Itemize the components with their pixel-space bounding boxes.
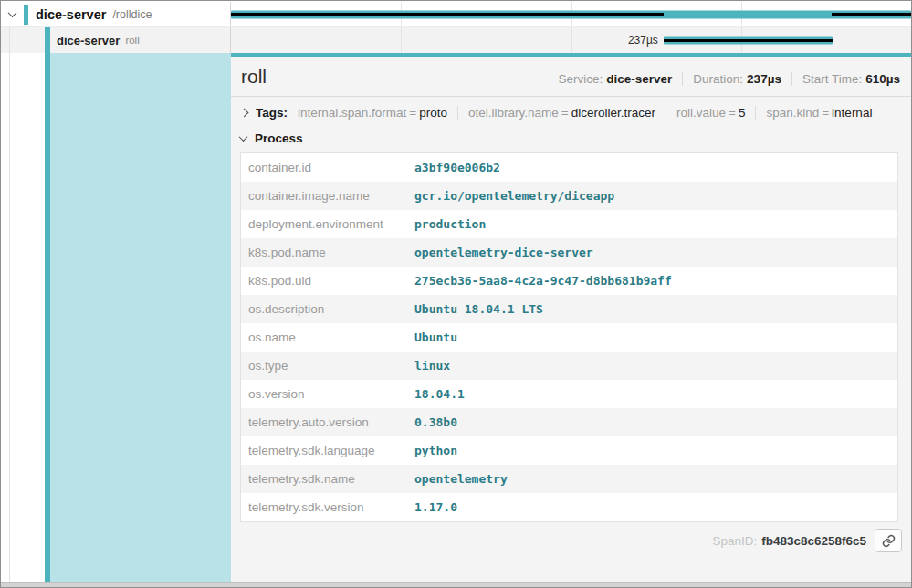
tag-item: roll.value=5	[666, 106, 755, 120]
span-name-cell[interactable]: dice-server /rolldice	[1, 2, 231, 26]
service-name: dice-server	[36, 7, 106, 22]
tag-item: span.kind=internal	[755, 106, 882, 120]
process-key-value-table: container.ida3bf90e006b2container.image.…	[240, 152, 898, 522]
tag-value: internal	[832, 106, 872, 120]
summary-value: dice-server	[606, 72, 672, 86]
tag-item: otel.library.name=diceroller.tracer	[457, 106, 666, 120]
span-bar[interactable]	[664, 37, 833, 45]
indent-guide	[9, 27, 10, 53]
process-key: telemetry.sdk.language	[241, 436, 408, 465]
indent-guide	[26, 53, 26, 582]
span-name-cell[interactable]: dice-server roll	[1, 27, 231, 53]
horizontal-scrollbar-track[interactable]	[1, 582, 911, 587]
jaeger-trace-view: dice-server /rolldice dice-server roll 2…	[0, 0, 912, 588]
indent-guide	[9, 53, 10, 582]
process-key: deployment.environment	[241, 210, 408, 238]
process-value: python	[407, 436, 898, 465]
critical-path-segment	[832, 13, 911, 16]
span-duration-label: 237µs	[628, 34, 658, 47]
process-table-row: telemetry.auto.version0.38b0	[241, 408, 898, 436]
process-table-row: k8s.pod.nameopentelemetry-dice-server	[241, 238, 898, 267]
span-detail-footer: SpanID: fb483c8c6258f6c5	[231, 524, 911, 557]
process-table-row: os.version18.04.1	[241, 380, 898, 408]
process-value: opentelemetry-dice-server	[407, 238, 898, 267]
process-table-row: container.ida3bf90e006b2	[241, 153, 898, 183]
summary-divider	[791, 72, 792, 86]
process-key: telemetry.auto.version	[241, 408, 408, 436]
timeline-cell[interactable]	[231, 2, 911, 26]
tag-key: roll.value	[676, 106, 726, 120]
collapse-chevron-icon[interactable]	[8, 8, 17, 17]
process-key: os.type	[241, 352, 408, 380]
process-key: os.name	[241, 323, 408, 352]
process-label: Process	[255, 131, 303, 145]
summary-service: Service:dice-server	[558, 72, 672, 86]
timeline-gridline	[401, 27, 402, 53]
span-title: roll	[241, 66, 267, 87]
process-key: telemetry.sdk.version	[241, 493, 408, 522]
indent-guide	[26, 27, 26, 53]
service-color-indicator	[24, 5, 28, 25]
process-value: opentelemetry	[407, 465, 898, 493]
tags-list: internal.span.format=protootel.library.n…	[298, 106, 882, 120]
span-row-rolldice[interactable]: dice-server /rolldice	[1, 2, 911, 27]
critical-path-segment	[231, 13, 664, 16]
service-color-indicator	[45, 27, 50, 53]
summary-divider	[682, 72, 683, 86]
tag-value: 5	[739, 106, 746, 120]
process-table-row: os.descriptionUbuntu 18.04.1 LTS	[241, 295, 898, 323]
summary-label: Service:	[558, 72, 603, 86]
process-table-row: deployment.environmentproduction	[241, 210, 898, 238]
process-accordion-toggle[interactable]: Process	[231, 120, 911, 145]
critical-path-segment	[664, 39, 833, 42]
summary-label: Start Time:	[802, 72, 862, 86]
tag-value: proto	[419, 106, 447, 120]
tag-value: diceroller.tracer	[571, 106, 655, 120]
summary-duration: Duration:237µs	[693, 72, 781, 86]
process-table-row: os.typelinux	[241, 352, 898, 380]
spanid-value: fb483c8c6258f6c5	[761, 534, 866, 548]
summary-start-time: Start Time:610µs	[802, 72, 900, 86]
process-key: k8s.pod.name	[241, 238, 408, 267]
tag-equals: =	[726, 106, 739, 120]
operation-name: roll	[125, 35, 139, 46]
service-name: dice-server	[57, 34, 120, 47]
tag-key: internal.span.format	[298, 106, 406, 120]
process-value: 275ecb36-5aa8-4c2a-9c47-d8bb681b9aff	[407, 267, 898, 295]
process-key: k8s.pod.uid	[241, 267, 408, 295]
process-value: 18.04.1	[407, 380, 898, 408]
timeline-cell[interactable]: 237µs	[231, 27, 911, 53]
span-summary: Service:dice-server Duration:237µs Start…	[558, 72, 900, 86]
summary-value: 610µs	[865, 72, 900, 86]
process-table-row: container.image.namegcr.io/opentelemetry…	[241, 182, 898, 210]
tag-key: otel.library.name	[468, 106, 559, 120]
link-icon	[882, 534, 896, 548]
process-value: production	[407, 210, 898, 238]
span-detail-panel: roll Service:dice-server Duration:237µs …	[231, 53, 911, 582]
process-value: 0.38b0	[407, 408, 898, 436]
tag-key: span.kind	[766, 106, 819, 120]
operation-name: /rolldice	[112, 8, 152, 21]
process-value: a3bf90e006b2	[407, 153, 898, 183]
span-detail-header: roll Service:dice-server Duration:237µs …	[231, 57, 911, 97]
selected-span-highlight	[50, 53, 231, 582]
copy-span-link-button[interactable]	[875, 529, 902, 552]
summary-value: 237µs	[747, 72, 781, 86]
span-row-roll[interactable]: dice-server roll 237µs	[1, 27, 911, 53]
tags-label: Tags:	[256, 106, 288, 120]
span-rows: dice-server /rolldice dice-server roll 2…	[1, 2, 911, 53]
summary-label: Duration:	[693, 72, 743, 86]
process-key: os.description	[241, 295, 408, 323]
tag-item: internal.span.format=proto	[298, 106, 457, 120]
process-key: container.image.name	[241, 182, 408, 210]
tags-accordion-toggle[interactable]: Tags: internal.span.format=protootel.lib…	[231, 97, 911, 120]
chevron-right-icon	[240, 109, 249, 118]
process-table-row: k8s.pod.uid275ecb36-5aa8-4c2a-9c47-d8bb6…	[241, 267, 898, 295]
process-table-row: telemetry.sdk.version1.17.0	[241, 493, 898, 522]
process-table-row: os.nameUbuntu	[241, 323, 898, 352]
process-key: os.version	[241, 380, 408, 408]
span-bar[interactable]	[231, 10, 911, 18]
process-key: container.id	[241, 153, 408, 183]
tag-equals: =	[559, 106, 571, 120]
process-value: gcr.io/opentelemetry/diceapp	[407, 182, 898, 210]
